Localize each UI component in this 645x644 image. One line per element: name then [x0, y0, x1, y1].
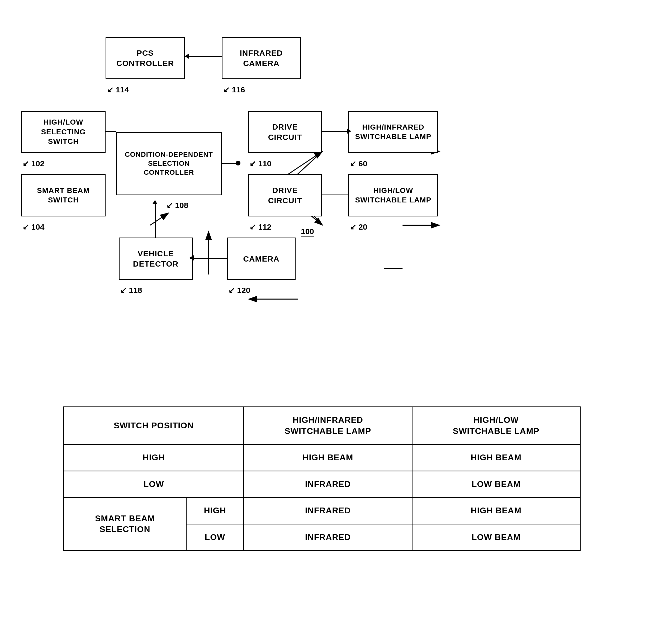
table-area: SWITCH POSITION HIGH/INFRAREDSWITCHABLE …	[63, 406, 581, 551]
diagram-area: PCS CONTROLLER INFRAREDCAMERA ↙ 114 ↙ 11…	[16, 16, 629, 385]
switch-high: HIGH	[64, 444, 244, 471]
lamp2-smart-low: LOW BEAM	[412, 524, 580, 551]
arrowhead-drive1	[347, 129, 351, 134]
arrow-vd-to-ctrl	[155, 201, 156, 238]
lamp1-smart-low: INFRARED	[244, 524, 412, 551]
drive-circuit-1-box: DRIVECIRCUIT	[248, 111, 322, 153]
ref-120: ↙ 120	[228, 285, 250, 295]
lamp2-smart-high: HIGH BEAM	[412, 497, 580, 524]
ref-60: ↙ 60	[350, 159, 367, 168]
arrow-ir-to-pcs	[185, 56, 222, 57]
camera-box: CAMERA	[227, 238, 295, 280]
ref-102: ↙ 102	[22, 159, 44, 168]
controller-box: CONDITION-DEPENDENTSELECTIONCONTROLLER	[116, 132, 222, 195]
ref-20: ↙ 20	[350, 222, 367, 231]
arrow-cam-to-vd	[190, 258, 227, 259]
ref-112: ↙ 112	[249, 222, 271, 231]
arrow-drive2-lamp2	[322, 195, 348, 195]
hi-ir-lamp-box: HIGH/INFRAREDSWITCHABLE LAMP	[348, 111, 438, 153]
arrowhead-cam-vd	[190, 255, 194, 260]
col2-header: HIGH/INFRAREDSWITCHABLE LAMP	[244, 407, 412, 444]
table-row: LOW INFRARED LOW BEAM	[64, 471, 580, 497]
lamp2-low: LOW BEAM	[412, 471, 580, 497]
lamp1-smart-high: INFRARED	[244, 497, 412, 524]
drive-circuit-2-box: DRIVECIRCUIT	[248, 174, 322, 216]
operation-table: SWITCH POSITION HIGH/INFRAREDSWITCHABLE …	[63, 406, 581, 551]
junction-dot-1	[236, 161, 240, 166]
ref-114: ↙ 114	[107, 85, 129, 94]
pcs-controller-box: PCS CONTROLLER	[105, 37, 185, 79]
vehicle-detector-box: VEHICLEDETECTOR	[119, 238, 193, 280]
hi-lo-lamp-box: HIGH/LOWSWITCHABLE LAMP	[348, 174, 438, 216]
ref-116: ↙ 116	[223, 85, 245, 94]
svg-line-5	[285, 151, 322, 176]
arrowhead-ir-to-pcs	[185, 53, 189, 59]
lamp2-high: HIGH BEAM	[412, 444, 580, 471]
ref-104: ↙ 104	[22, 222, 44, 231]
lamp1-low: INFRARED	[244, 471, 412, 497]
smart-sub-low: LOW	[186, 524, 244, 551]
smart-beam-switch-box: SMART BEAMSWITCH	[21, 174, 105, 216]
col1-header: SWITCH POSITION	[64, 407, 244, 444]
lamp1-high: HIGH BEAM	[244, 444, 412, 471]
high-low-switch-box: HIGH/LOWSELECTING SWITCH	[21, 111, 105, 153]
infrared-camera-box: INFRAREDCAMERA	[222, 37, 301, 79]
smart-sub-high: HIGH	[186, 497, 244, 524]
arrow-hlswitch-to-ctrl	[105, 131, 116, 132]
table-row: HIGH HIGH BEAM HIGH BEAM	[64, 444, 580, 471]
ref-110: ↙ 110	[249, 159, 271, 168]
col3-header: HIGH/LOWSWITCHABLE LAMP	[412, 407, 580, 444]
switch-smart-beam: SMART BEAMSELECTION	[64, 497, 186, 551]
arrowhead-vd-ctrl	[152, 200, 158, 204]
table-row: SMART BEAMSELECTION HIGH INFRARED HIGH B…	[64, 497, 580, 524]
ref-118: ↙ 118	[120, 285, 142, 295]
ref-108: ↙ 108	[166, 201, 188, 210]
arrow-drive1-lamp1	[322, 131, 348, 132]
svg-line-4	[150, 213, 169, 225]
ref-100: 100	[301, 227, 314, 237]
switch-low: LOW	[64, 471, 244, 497]
